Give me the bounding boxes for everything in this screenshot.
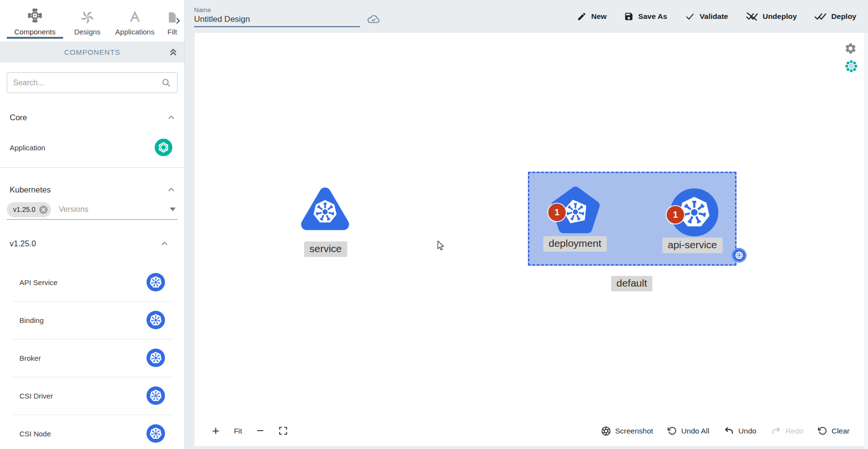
button-label: Undo All	[681, 427, 709, 435]
chevron-right-icon	[174, 16, 182, 25]
versions-select[interactable]: v1.25.0 Versions	[7, 201, 178, 218]
group-kubernetes-handle-icon[interactable]	[733, 249, 746, 262]
node-service[interactable]	[300, 185, 350, 235]
button-label: New	[591, 12, 606, 21]
node-label-api-service[interactable]: api-service	[662, 238, 722, 253]
design-name-input[interactable]	[194, 15, 360, 24]
section-title: v1.25.0	[10, 239, 36, 248]
component-item-application[interactable]: Application	[0, 137, 184, 158]
node-label-service[interactable]: service	[304, 241, 347, 257]
clear-button[interactable]: Clear	[818, 426, 850, 435]
node-label-default[interactable]: default	[611, 276, 652, 291]
deploy-button[interactable]: Deploy	[814, 11, 856, 22]
gear-icon[interactable]	[844, 42, 857, 55]
component-item-binding[interactable]: Binding	[0, 301, 184, 339]
tab-designs[interactable]: Designs	[67, 0, 108, 42]
undo-icon	[724, 426, 734, 435]
topbar-actions: New Save As Validate Undeploy	[577, 11, 868, 22]
screenshot-button[interactable]: Screenshot	[601, 426, 653, 436]
new-button[interactable]: New	[577, 12, 606, 21]
button-label: Redo	[786, 427, 803, 435]
deploy-icon	[814, 11, 827, 22]
design-topbar: Name New Save As Validate	[185, 0, 868, 33]
deployment-count-badge: 1	[548, 204, 566, 221]
validate-button[interactable]: Validate	[685, 12, 728, 21]
chevron-up-icon	[160, 239, 169, 248]
tab-label: Components	[14, 28, 55, 36]
zoom-in-button[interactable]: +	[212, 423, 219, 438]
meshery-kubernetes-icon[interactable]	[845, 60, 858, 73]
history-controls: Screenshot Undo All Undo	[601, 426, 850, 436]
rotate-ccw-icon	[818, 426, 827, 435]
tab-label: Applications	[115, 28, 155, 36]
undeploy-button[interactable]: Undeploy	[746, 11, 797, 22]
save-icon	[624, 12, 634, 21]
name-label: Name	[194, 6, 360, 14]
button-label: Validate	[700, 12, 728, 21]
component-item-api-service[interactable]: API Service	[0, 263, 184, 301]
undeploy-icon	[746, 11, 758, 22]
tab-components[interactable]: Components	[3, 0, 67, 42]
divider	[0, 167, 184, 168]
tab-applications[interactable]: Applications	[108, 0, 162, 42]
search-box	[7, 72, 178, 93]
search-input[interactable]	[13, 79, 161, 87]
collapse-panel-icon[interactable]	[168, 47, 179, 57]
component-label: Broker	[19, 354, 41, 362]
designs-icon	[80, 10, 95, 24]
panel-title: COMPONENTS	[64, 48, 120, 56]
rotate-ccw-icon	[668, 426, 677, 435]
button-label: Save As	[638, 12, 667, 21]
api-service-count-badge: 1	[667, 206, 684, 224]
design-workspace: Name New Save As Validate	[185, 0, 868, 449]
chevron-up-icon	[167, 113, 176, 122]
caret-down-icon[interactable]	[170, 208, 176, 211]
kubernetes-icon	[146, 424, 165, 443]
component-label: API Service	[19, 278, 57, 287]
canvas-scrollbar[interactable]	[864, 33, 868, 449]
check-icon	[685, 12, 695, 21]
redo-icon	[771, 426, 781, 435]
fullscreen-icon	[278, 426, 288, 435]
section-kubernetes-header[interactable]: Kubernetes	[0, 181, 184, 198]
button-label: Deploy	[831, 12, 856, 21]
node-label-deployment[interactable]: deployment	[543, 236, 607, 252]
kubernetes-icon	[146, 310, 165, 330]
component-label: Binding	[19, 316, 44, 324]
save-as-button[interactable]: Save As	[624, 12, 667, 21]
component-item-broker[interactable]: Broker	[0, 339, 184, 377]
design-canvas[interactable]: service 1 deployment 1 api-service defau…	[195, 33, 864, 446]
search-icon[interactable]	[161, 78, 171, 88]
kubernetes-icon	[146, 348, 165, 368]
component-label: CSI Node	[19, 430, 51, 438]
remove-version-icon[interactable]	[38, 205, 49, 215]
versions-placeholder: Versions	[59, 205, 88, 214]
sidebar-tabbar: Components Designs App	[0, 0, 184, 42]
section-core-header[interactable]: Core	[0, 109, 184, 126]
cloud-check-icon	[366, 13, 381, 25]
meshery-application-icon	[154, 138, 173, 157]
zoom-out-button[interactable]: −	[257, 423, 264, 438]
undo-button[interactable]: Undo	[724, 426, 756, 435]
component-item-csi-driver[interactable]: CSI Driver	[0, 377, 184, 415]
design-name-field: Name	[194, 6, 360, 27]
undo-all-button[interactable]: Undo All	[668, 426, 709, 435]
section-title: Kubernetes	[10, 185, 50, 194]
fit-button[interactable]: Fit	[234, 427, 242, 435]
tab-overflow-chevron[interactable]	[174, 16, 182, 27]
fullscreen-button[interactable]	[278, 426, 288, 435]
button-label: Undeploy	[763, 12, 797, 21]
pencil-icon	[577, 12, 587, 21]
component-item-csi-node[interactable]: CSI Node	[0, 415, 184, 449]
redo-button[interactable]: Redo	[771, 426, 803, 435]
select-underline	[7, 219, 178, 220]
button-label: Screenshot	[615, 427, 653, 435]
kubernetes-icon	[146, 386, 165, 405]
kubernetes-icon	[146, 273, 165, 292]
zoom-controls: + Fit −	[212, 423, 288, 438]
components-sidebar: Components Designs App	[0, 0, 185, 449]
button-label: Undo	[738, 427, 756, 435]
section-title: Core	[10, 113, 27, 122]
component-label: Application	[10, 144, 45, 152]
section-version-header[interactable]: v1.25.0	[0, 235, 184, 252]
